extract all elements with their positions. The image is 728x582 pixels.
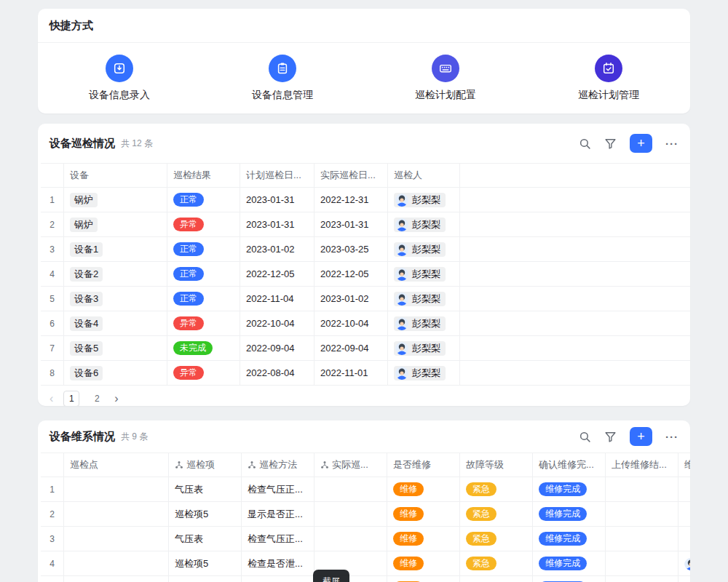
cell-upload-result[interactable]: [606, 527, 678, 551]
cell-actual-date[interactable]: 2022-11-01: [314, 361, 388, 385]
shortcut-inspection-plan-config[interactable]: 巡检计划配置: [364, 55, 527, 102]
header-inspection-item[interactable]: 巡检项: [169, 453, 242, 477]
cell-result[interactable]: 异常: [167, 212, 240, 236]
cell-upload-result[interactable]: [606, 502, 678, 526]
cell-inspection-item[interactable]: 气压表: [169, 477, 242, 501]
cell-confirm-repair[interactable]: 维修完成: [533, 551, 606, 575]
cell-repair[interactable]: 维修: [387, 576, 460, 582]
cell-result[interactable]: 未完成: [167, 336, 240, 360]
cell-inspection-point[interactable]: [64, 527, 169, 551]
cell-confirm-repair[interactable]: 维修完成: [533, 527, 606, 551]
cell-device[interactable]: 锅炉: [64, 188, 167, 212]
cell-extra[interactable]: [678, 502, 690, 526]
cell-inspection-item[interactable]: 气压表: [169, 527, 242, 551]
cell-plan-date[interactable]: 2023-01-31: [240, 212, 314, 236]
header-repair[interactable]: 是否维修: [387, 453, 460, 477]
header-plan-date[interactable]: 计划巡检日...: [240, 164, 314, 187]
prev-page-icon[interactable]: ‹: [50, 393, 53, 404]
cell-plan-date[interactable]: 2023-01-02: [240, 237, 314, 261]
cell-result[interactable]: 正常: [167, 237, 240, 261]
cell-extra[interactable]: [678, 551, 690, 575]
cell-extra[interactable]: [678, 576, 690, 582]
cell-fault-level[interactable]: [460, 576, 533, 582]
cell-inspection-method[interactable]: 显示是否正...: [242, 502, 314, 526]
next-page-icon[interactable]: ›: [114, 393, 118, 404]
cell-inspection-item[interactable]: 巡检项5: [169, 502, 242, 526]
cell-inspector[interactable]: 彭梨梨: [388, 311, 460, 335]
cell-confirm-repair[interactable]: 维修完成: [533, 477, 606, 501]
cell-extra[interactable]: [678, 477, 690, 501]
cell-extra[interactable]: [678, 527, 690, 551]
cell-actual[interactable]: [314, 527, 387, 551]
filter-icon[interactable]: [604, 137, 617, 150]
cell-inspection-method[interactable]: 显示是否正...: [242, 576, 314, 582]
cell-plan-date[interactable]: 2022-12-05: [240, 262, 314, 286]
cell-inspection-method[interactable]: 检查气压正...: [242, 477, 314, 501]
cell-result[interactable]: 正常: [167, 287, 240, 311]
cell-repair[interactable]: 维修: [387, 477, 460, 501]
search-icon[interactable]: [579, 137, 591, 150]
cell-repair[interactable]: 维修: [387, 527, 460, 551]
header-inspection-point[interactable]: 巡检点: [64, 453, 169, 477]
cell-fault-level[interactable]: 紧急: [460, 527, 533, 551]
cell-actual-date[interactable]: 2022-09-04: [314, 336, 388, 360]
cell-actual-date[interactable]: 2023-03-25: [314, 237, 388, 261]
cell-actual-date[interactable]: 2023-01-31: [314, 212, 388, 236]
cell-inspection-method[interactable]: 检查是否泄...: [242, 551, 314, 575]
cell-inspector[interactable]: 彭梨梨: [388, 287, 460, 311]
add-record-button[interactable]: +: [630, 134, 652, 153]
cell-actual[interactable]: [314, 502, 387, 526]
page-button-1[interactable]: 1: [63, 391, 79, 406]
cell-plan-date[interactable]: 2022-10-04: [240, 311, 314, 335]
cell-inspector[interactable]: 彭梨梨: [388, 212, 460, 236]
header-actual[interactable]: 实际巡...: [314, 453, 387, 477]
cell-inspector[interactable]: 彭梨梨: [388, 237, 460, 261]
header-upload-result[interactable]: 上传维修结...: [606, 453, 678, 477]
add-record-button[interactable]: +: [630, 427, 652, 446]
shortcut-inspection-plan-manage[interactable]: 巡检计划管理: [527, 55, 690, 102]
cell-plan-date[interactable]: 2022-08-04: [240, 361, 314, 385]
header-inspection-method[interactable]: 巡检方法: [242, 453, 314, 477]
cell-result[interactable]: 异常: [167, 311, 240, 335]
cell-device[interactable]: 设备6: [64, 361, 167, 385]
cell-fault-level[interactable]: 紧急: [460, 502, 533, 526]
search-icon[interactable]: [579, 431, 591, 443]
cell-actual-date[interactable]: 2022-10-04: [314, 311, 388, 335]
cell-inspector[interactable]: 彭梨梨: [388, 262, 460, 286]
header-result[interactable]: 巡检结果: [167, 164, 240, 187]
cell-inspector[interactable]: 彭梨梨: [388, 361, 460, 385]
cell-actual-date[interactable]: 2022-12-31: [314, 188, 388, 212]
cell-actual-date[interactable]: 2022-12-05: [314, 262, 388, 286]
cell-device[interactable]: 锅炉: [64, 212, 167, 236]
cell-inspection-item[interactable]: 巡检项5: [169, 551, 242, 575]
cell-inspection-point[interactable]: [64, 551, 169, 575]
more-icon[interactable]: ···: [665, 431, 678, 442]
cell-device[interactable]: 设备3: [64, 287, 167, 311]
more-icon[interactable]: ···: [665, 138, 678, 149]
header-device[interactable]: 设备: [64, 164, 167, 187]
cell-device[interactable]: 设备2: [64, 262, 167, 286]
cell-device[interactable]: 设备4: [64, 311, 167, 335]
cell-plan-date[interactable]: 2023-01-31: [240, 188, 314, 212]
header-extra[interactable]: 维...: [678, 453, 690, 477]
cell-inspection-point[interactable]: [64, 576, 169, 582]
cell-result[interactable]: 正常: [167, 188, 240, 212]
cell-device[interactable]: 设备1: [64, 237, 167, 261]
cell-result[interactable]: 正常: [167, 262, 240, 286]
header-confirm-repair[interactable]: 确认维修完...: [533, 453, 606, 477]
cell-result[interactable]: 异常: [167, 361, 240, 385]
cell-actual[interactable]: [314, 477, 387, 501]
cell-repair[interactable]: 维修: [387, 502, 460, 526]
header-inspector[interactable]: 巡检人: [388, 164, 460, 187]
cell-upload-result[interactable]: [606, 477, 678, 501]
cell-inspection-method[interactable]: 检查气压正...: [242, 527, 314, 551]
shortcut-device-info-manage[interactable]: 设备信息管理: [201, 55, 364, 102]
cell-fault-level[interactable]: 紧急: [460, 551, 533, 575]
cell-inspector[interactable]: 彭梨梨: [388, 336, 460, 360]
cell-upload-result[interactable]: [606, 576, 678, 582]
cell-inspector[interactable]: 彭梨梨: [388, 188, 460, 212]
cell-plan-date[interactable]: 2022-09-04: [240, 336, 314, 360]
cell-plan-date[interactable]: 2022-11-04: [240, 287, 314, 311]
cell-confirm-repair[interactable]: 维修完成: [533, 576, 606, 582]
cell-repair[interactable]: 维修: [387, 551, 460, 575]
